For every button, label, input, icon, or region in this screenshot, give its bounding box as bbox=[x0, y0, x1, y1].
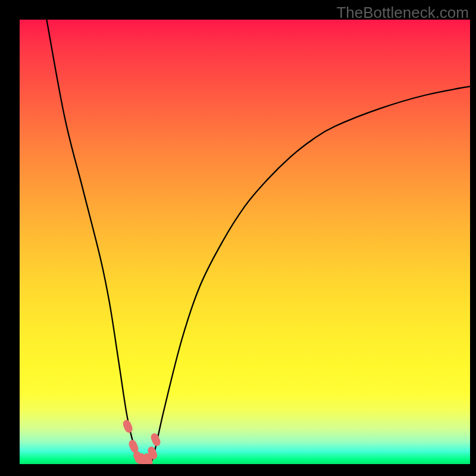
curve-line bbox=[46, 20, 470, 464]
watermark-text: TheBottleneck.com bbox=[336, 4, 469, 22]
bottleneck-curve bbox=[46, 20, 470, 464]
highlight-dot bbox=[149, 432, 161, 447]
highlight-markers bbox=[122, 419, 162, 464]
plot-area bbox=[20, 20, 470, 464]
highlight-dot bbox=[122, 419, 134, 434]
curve-svg bbox=[20, 20, 470, 464]
chart-container: TheBottleneck.com bbox=[0, 0, 476, 476]
